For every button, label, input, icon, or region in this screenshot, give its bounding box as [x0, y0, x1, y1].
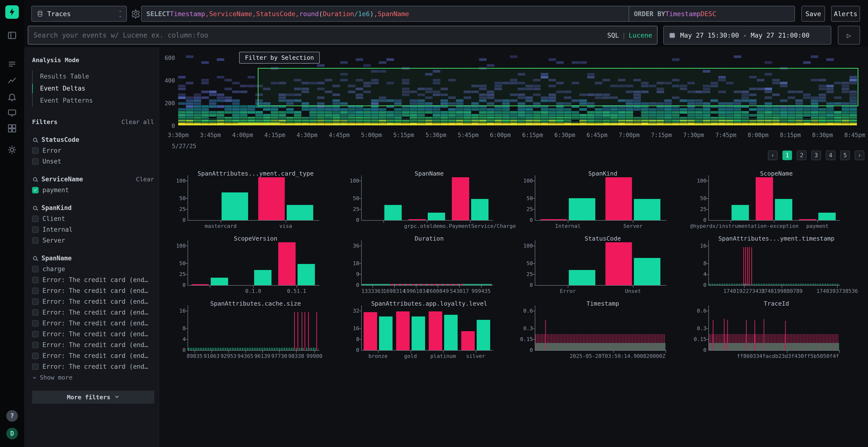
filter-option[interactable]: Server	[32, 237, 154, 244]
mini-chart[interactable]: SpanAttributes...yment.card_type02550100…	[169, 169, 342, 234]
y-tick-mark	[359, 328, 361, 329]
page-button[interactable]: 3	[811, 150, 821, 160]
page-button[interactable]: 4	[826, 150, 835, 160]
page-button[interactable]: 2	[797, 150, 807, 160]
y-tick-label: 25	[518, 206, 533, 212]
x-tick-mark	[297, 286, 297, 288]
show-more-link[interactable]: Show more	[32, 374, 154, 381]
mini-chart[interactable]: SpanAttributes...yment.timestamp04816174…	[689, 234, 863, 299]
save-button[interactable]: Save	[802, 6, 825, 22]
mini-chart[interactable]: SpanAttributes.cache.size048168983591063…	[169, 299, 342, 364]
checkbox[interactable]	[32, 331, 38, 337]
help-button[interactable]: ?	[6, 410, 18, 422]
filter-option[interactable]: Error: The credit card (end…	[32, 363, 154, 370]
filter-by-selection-tooltip[interactable]: Filter by Selection	[239, 52, 320, 64]
y-tick-mark	[533, 209, 535, 209]
mini-chart[interactable]: SpanName02550100grpc.oteldemo.PaymentSer…	[342, 169, 516, 234]
checkbox[interactable]	[32, 237, 38, 244]
checkbox[interactable]	[32, 309, 38, 316]
more-filters-button[interactable]: More filters	[32, 391, 154, 404]
checkbox[interactable]	[32, 320, 38, 326]
bar-selected	[799, 219, 816, 220]
analysis-mode-item[interactable]: Results Table	[33, 70, 154, 82]
mini-chart[interactable]: SpanKind02550100InternalServer	[516, 169, 689, 234]
heatmap-selection-rect[interactable]	[258, 68, 858, 106]
checkbox[interactable]	[32, 147, 38, 154]
sql-orderby-editor[interactable]: ORDER BY Timestamp DESC	[628, 6, 795, 22]
gear-icon[interactable]	[7, 144, 18, 155]
checkbox[interactable]	[32, 266, 38, 272]
filter-option[interactable]: Unset	[32, 158, 154, 165]
mini-chart[interactable]: StatusCode02550100ErrorUnset	[516, 234, 689, 299]
mini-chart[interactable]: TraceId00.150.30.6ff860334facdb23d3f430f…	[689, 299, 863, 364]
filter-option[interactable]: Client	[32, 215, 154, 222]
search-input[interactable]	[33, 31, 607, 39]
checkbox[interactable]	[32, 227, 38, 233]
analysis-mode-item[interactable]: Event Patterns	[33, 94, 154, 106]
sql-select-editor[interactable]: SELECT Timestamp,ServiceName,StatusCode,…	[141, 6, 647, 22]
clear-all-link[interactable]: Clear all	[122, 118, 154, 126]
chevron-down-icon	[114, 394, 120, 401]
checkbox[interactable]	[32, 342, 38, 348]
chart-title: SpanName	[342, 170, 516, 177]
app-logo[interactable]	[5, 5, 19, 19]
checkbox[interactable]	[32, 353, 38, 359]
x-axis-line	[361, 350, 493, 351]
mini-chart[interactable]: ScopeName02550100@hyperdx/instrumentatio…	[689, 169, 863, 234]
lang-lucene-toggle[interactable]: Lucene	[628, 32, 652, 39]
mini-chart[interactable]: Timestamp00.150.30.62025-05-28T03:59:14.…	[516, 299, 689, 364]
filter-clear-link[interactable]: Clear	[136, 176, 154, 183]
checkbox[interactable]	[32, 364, 38, 370]
page-button[interactable]: 1	[782, 150, 792, 160]
query-gear-icon[interactable]	[131, 9, 141, 20]
filter-option[interactable]: Error: The credit card (end…	[32, 298, 154, 305]
panels-icon[interactable]	[7, 30, 18, 41]
user-avatar[interactable]: D	[6, 428, 18, 439]
date-label: 5/27/25	[172, 143, 196, 149]
filter-option[interactable]: Error: The credit card (end…	[32, 341, 154, 348]
filter-option[interactable]: Error: The credit card (end…	[32, 331, 154, 338]
checkbox[interactable]	[32, 299, 38, 305]
y-axis-line	[361, 305, 362, 350]
time-range-picker[interactable]: May 27 15:30:00 - May 27 21:00:00	[663, 26, 831, 44]
grid-icon[interactable]	[7, 123, 18, 134]
bar-selected	[461, 331, 475, 350]
y-tick-mark	[185, 328, 188, 329]
page-next-button[interactable]: ›	[855, 150, 864, 160]
source-selector[interactable]: Traces ⌃⌄	[31, 6, 127, 22]
checkbox[interactable]	[32, 287, 38, 294]
analysis-mode-item[interactable]: Event Deltas	[33, 82, 154, 94]
mini-chart[interactable]: SpanAttributes.app.loyalty.level081632br…	[342, 299, 516, 364]
filter-option[interactable]: charge	[32, 265, 154, 273]
sql-token: /	[354, 10, 358, 18]
filter-option[interactable]: Error	[32, 147, 154, 154]
bell-icon[interactable]	[7, 92, 18, 102]
checkbox[interactable]	[32, 277, 38, 283]
mini-chart[interactable]: ScopeVersion025501000.1.00.51.1	[169, 234, 342, 299]
page-button[interactable]: 5	[840, 150, 850, 160]
y-tick-label: 0	[164, 123, 175, 129]
alerts-button[interactable]: Alerts	[831, 6, 860, 22]
filter-option[interactable]: Error: The credit card (end…	[32, 319, 154, 327]
filter-option[interactable]: Error: The credit card (end…	[32, 309, 154, 316]
page-prev-button[interactable]: ‹	[768, 150, 778, 160]
line-chart-icon[interactable]	[7, 75, 18, 86]
mini-chart[interactable]: Duration09183613333631698314199618342600…	[342, 234, 516, 299]
bar-baseline	[384, 205, 402, 220]
filter-option[interactable]: payment	[32, 186, 154, 194]
logs-icon[interactable]	[7, 59, 18, 70]
filter-option[interactable]: Error: The credit card (end…	[32, 287, 154, 294]
run-query-button[interactable]: ▷	[838, 26, 860, 44]
filter-option-label: Error: The credit card (end…	[42, 319, 148, 327]
lang-sql-toggle[interactable]: SQL	[607, 32, 619, 39]
play-icon: ▷	[847, 31, 851, 39]
filter-option[interactable]: Internal	[32, 226, 154, 233]
x-tick-label: 4:00pm	[232, 132, 253, 138]
filter-option[interactable]: Error: The credit card (end…	[32, 276, 154, 283]
filter-option[interactable]: Error: The credit card (end…	[32, 352, 154, 359]
checkbox[interactable]	[32, 158, 38, 165]
monitor-icon[interactable]	[7, 107, 18, 118]
bar-baseline	[428, 213, 445, 220]
checkbox[interactable]	[32, 215, 38, 222]
checkbox[interactable]	[32, 187, 38, 194]
